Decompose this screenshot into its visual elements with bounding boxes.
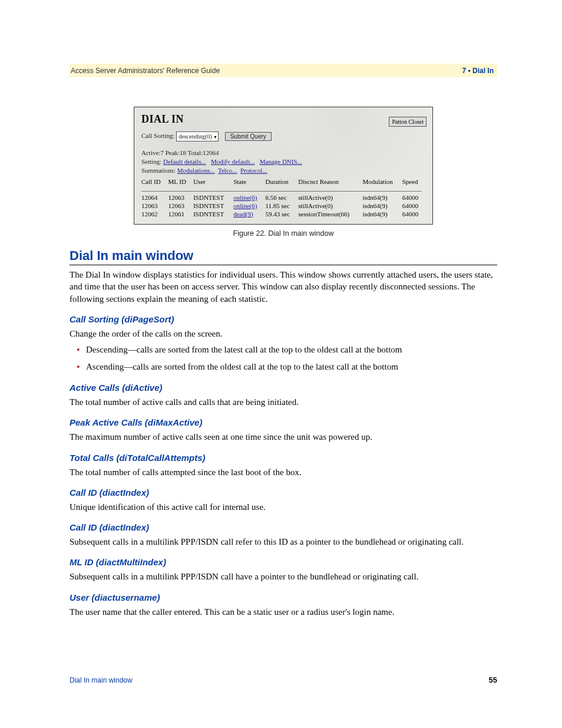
subheading-call-id-1: Call ID (diactIndex) [70,487,497,498]
call-sorting-text: Change the order of the calls on the scr… [70,328,497,340]
footer-section-name: Dial In main window [70,676,133,684]
cell-user: ISDNTEST [193,202,233,210]
active-calls-text: The total number of active calls and cal… [70,396,497,408]
cell-speed: 64000 [402,210,425,218]
sort-row: Call Sorting: descending(0) Submit Query [141,131,425,141]
header-right-text: 7 • Dial In [462,67,494,75]
subheading-total-calls: Total Calls (diTotalCallAttempts) [70,453,497,463]
subheading-peak-active: Peak Active Calls (diMaxActive) [70,417,497,427]
setting-prefix: Setting: [141,158,161,165]
sort-label: Call Sorting: [141,132,175,139]
table-header-row: Call ID ML ID User State Duration Discnc… [141,177,425,188]
table-row: 12062 12061 ISDNTEST dead(9) 59.43 sec s… [141,210,425,218]
cell-ml-id: 12063 [168,202,193,210]
screenshot-title: DIAL IN [141,113,425,126]
col-duration: Duration [266,177,299,188]
subheading-ml-id: ML ID (diactMultiIndex) [70,557,497,567]
cell-reason: stillActive(0) [298,202,362,210]
subheading-call-id-2: Call ID (diactIndex) [70,522,497,532]
cell-call-id: 12063 [141,202,168,210]
setting-link-manage-dnis[interactable]: Manage DNIS... [260,158,302,165]
cell-duration: 6.56 sec [266,193,299,202]
cell-state-link[interactable]: dead(9) [233,210,253,218]
section-heading-dial-in-main: Dial In main window [70,248,497,265]
table-row: 12064 12063 ISDNTEST online(6) 6.56 sec … [141,193,425,202]
cell-mod: isdn64(9) [362,202,402,210]
subheading-active-calls: Active Calls (diActive) [70,383,497,393]
cell-state-link[interactable]: online(6) [233,194,257,201]
footer-page-number: 55 [489,676,497,684]
subheading-call-sorting: Call Sorting (diPageSort) [70,314,497,324]
page: Access Server Administrators' Reference … [0,0,562,728]
page-header: Access Server Administrators' Reference … [70,64,497,77]
dial-in-screenshot: Patton Closet DIAL IN Call Sorting: desc… [134,107,433,225]
header-left-text: Access Server Administrators' Reference … [71,67,220,75]
cell-reason: sessionTimeout(66) [298,210,362,218]
cell-mod: isdn64(9) [362,193,402,202]
bullet-descending: Descending—calls are sorted from the lat… [86,343,497,357]
cell-duration: 11.85 sec [266,202,299,210]
cell-speed: 64000 [402,193,425,202]
cell-call-id: 12064 [141,193,168,202]
submit-query-button[interactable]: Submit Query [225,132,272,141]
summations-link-modulations[interactable]: Modulations... [177,167,215,174]
setting-row: Setting: Default details... Modify defau… [141,158,425,165]
bullet-ascending: Ascending—calls are sorted from the olde… [86,360,497,374]
cell-user: ISDNTEST [193,210,233,218]
col-modulation: Modulation [362,177,402,188]
setting-link-modify-default[interactable]: Modify default... [211,158,255,165]
cell-duration: 59.43 sec [266,210,299,218]
figure-22: Patton Closet DIAL IN Call Sorting: desc… [70,107,497,238]
col-ml-id: ML ID [168,177,193,188]
col-user: User [193,177,233,188]
figure-caption: Figure 22. Dial In main window [70,229,497,238]
table-row: 12063 12063 ISDNTEST online(6) 11.85 sec… [141,202,425,210]
col-discnct: Discnct Reason [298,177,362,188]
calls-table: Call ID ML ID User State Duration Discnc… [141,177,425,218]
status-line: Active:7 Peak:18 Total:12064 [141,149,425,156]
cell-speed: 64000 [402,202,425,210]
col-state: State [233,177,265,188]
cell-state-link[interactable]: online(6) [233,202,257,209]
call-id-1-text: Unique identification of this active cal… [70,501,497,513]
summations-prefix: Summations: [141,167,176,174]
cell-reason: stillActive(0) [298,193,362,202]
page-footer: Dial In main window 55 [70,676,497,684]
peak-active-text: The maximum number of active calls seen … [70,431,497,443]
summations-row: Summations: Modulations... Telco... Prot… [141,167,425,174]
sort-select[interactable]: descending(0) [176,131,219,141]
user-text: The user name that the caller entered. T… [70,606,497,618]
summations-link-protocol[interactable]: Protocol... [240,167,267,174]
col-call-id: Call ID [141,177,168,188]
cell-ml-id: 12063 [168,193,193,202]
patton-closet-button[interactable]: Patton Closet [389,117,427,127]
cell-call-id: 12062 [141,210,168,218]
call-sorting-bullets: Descending—calls are sorted from the lat… [70,343,497,373]
intro-paragraph: The Dial In window displays statistics f… [70,269,497,305]
total-calls-text: The total number of calls attempted sinc… [70,466,497,478]
cell-ml-id: 12061 [168,210,193,218]
subheading-user: User (diactusername) [70,592,497,602]
col-speed: Speed [402,177,425,188]
call-id-2-text: Subsequent calls in a multilink PPP/ISDN… [70,536,497,548]
setting-link-default-details[interactable]: Default details... [163,158,206,165]
cell-user: ISDNTEST [193,193,233,202]
ml-id-text: Subsequent calls in a multilink PPP/ISDN… [70,571,497,582]
summations-link-telco[interactable]: Telco... [218,167,237,174]
cell-mod: isdn64(9) [362,210,402,218]
